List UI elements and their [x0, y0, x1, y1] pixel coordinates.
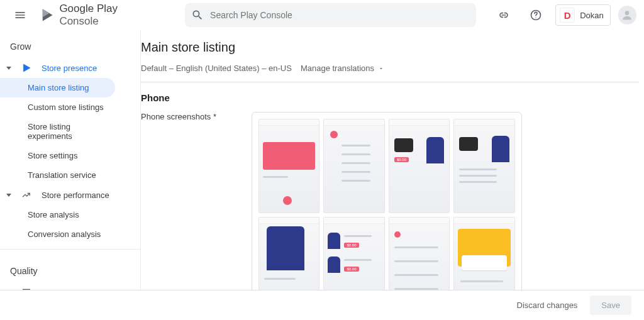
screenshot-thumbnail[interactable]	[258, 119, 320, 213]
play-icon	[20, 63, 33, 73]
screenshot-thumbnail[interactable]	[453, 119, 515, 213]
user-avatar-button[interactable]	[618, 6, 636, 25]
link-icon	[497, 9, 510, 21]
sidebar-sub-conversion-analysis[interactable]: Conversion analysis	[0, 224, 115, 244]
sidebar-item-ratings-reviews[interactable]: Ratings and reviews	[0, 282, 140, 290]
sidebar-sub-store-listing-experiments[interactable]: Store listing experiments	[0, 117, 115, 146]
search-input[interactable]	[210, 10, 470, 20]
brand-text: Google Play Console	[59, 3, 157, 28]
screenshot-thumbnail[interactable]	[258, 217, 320, 290]
sidebar-item-store-performance[interactable]: Store performance	[0, 185, 140, 205]
phone-screenshots-label: Phone screenshots *	[141, 112, 216, 290]
sidebar-divider	[0, 249, 140, 250]
help-icon	[530, 9, 542, 21]
content-body: Grow Store presence Main store listing C…	[0, 30, 644, 290]
trend-icon	[20, 190, 33, 200]
phone-screenshots-container[interactable]: $0.00	[252, 112, 522, 290]
sidebar-sub-main-store-listing[interactable]: Main store listing	[0, 78, 115, 97]
phone-section-heading: Phone	[141, 92, 639, 103]
play-console-logo-icon	[40, 7, 55, 23]
screenshot-thumbnail[interactable]: $0.00 $0.00	[323, 217, 385, 290]
app-switcher[interactable]: D Dokan	[555, 4, 611, 26]
discard-changes-button[interactable]: Discard changes	[517, 301, 578, 310]
sidebar-item-label: Store presence	[42, 63, 97, 73]
sidebar: Grow Store presence Main store listing C…	[0, 30, 141, 290]
manage-translations-label: Manage translations	[301, 63, 374, 73]
help-button[interactable]	[523, 3, 548, 28]
sidebar-sub-store-settings[interactable]: Store settings	[0, 146, 115, 165]
phone-screenshots-row: Phone screenshots *	[141, 112, 639, 290]
app-name: Dokan	[580, 11, 604, 20]
language-row: Default – English (United States) – en-U…	[141, 63, 639, 82]
sidebar-item-store-presence[interactable]: Store presence	[0, 58, 140, 78]
svg-marker-5	[23, 64, 30, 72]
svg-point-4	[625, 11, 630, 15]
avatar-icon	[621, 9, 633, 21]
sidebar-item-label: Store performance	[42, 190, 109, 200]
hamburger-menu-button[interactable]	[8, 3, 32, 28]
default-language: Default – English (United States) – en-U…	[141, 63, 292, 73]
list-icon	[20, 287, 33, 290]
logo[interactable]: Google Play Console	[40, 3, 157, 28]
manage-translations-dropdown[interactable]: Manage translations	[301, 63, 384, 73]
sidebar-section-grow: Grow	[0, 30, 140, 58]
screenshot-thumbnail[interactable]	[323, 119, 385, 213]
app-header: Google Play Console D Dokan	[0, 0, 644, 30]
search-icon	[191, 9, 204, 21]
footer-bar: Discard changes Save	[0, 290, 644, 320]
svg-point-3	[535, 18, 536, 18]
sidebar-item-label: Ratings and reviews	[42, 288, 115, 290]
sidebar-sub-store-analysis[interactable]: Store analysis	[0, 205, 115, 224]
search-box[interactable]	[185, 3, 476, 27]
screenshot-thumbnail[interactable]: $0.00	[389, 119, 450, 213]
copy-link-button[interactable]	[491, 3, 516, 28]
hamburger-icon	[14, 9, 26, 21]
main-panel: Main store listing Default – English (Un…	[141, 30, 644, 290]
sidebar-sub-custom-store-listings[interactable]: Custom store listings	[0, 97, 115, 117]
sidebar-sub-translation-service[interactable]: Translation service	[0, 165, 115, 185]
screenshot-thumbnail[interactable]	[389, 217, 450, 290]
chevron-down-icon	[378, 65, 384, 72]
page-title: Main store listing	[141, 40, 639, 55]
app-icon: D	[560, 8, 575, 23]
screenshot-thumbnail[interactable]	[453, 217, 515, 290]
svg-rect-6	[23, 289, 30, 290]
sidebar-section-quality: Quality	[0, 255, 140, 282]
save-button: Save	[590, 295, 631, 315]
